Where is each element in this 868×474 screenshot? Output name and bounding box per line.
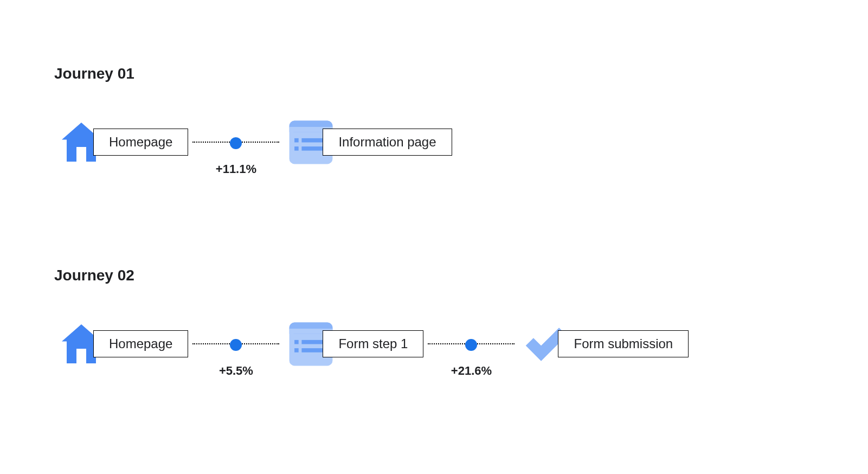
step-label: Information page xyxy=(323,129,452,156)
svg-rect-11 xyxy=(301,340,324,344)
journey-title: Journey 02 xyxy=(54,267,814,284)
svg-rect-6 xyxy=(301,146,324,151)
svg-rect-4 xyxy=(301,138,324,142)
journey-step-form-submission: Form submission xyxy=(519,317,689,371)
connector-label: +21.6% xyxy=(428,364,515,378)
svg-rect-3 xyxy=(294,138,299,142)
step-label: Homepage xyxy=(93,129,188,156)
dotted-line xyxy=(192,142,279,143)
connector-label: +5.5% xyxy=(192,364,279,378)
connector-dot-icon xyxy=(465,339,477,351)
step-label: Form step 1 xyxy=(323,330,423,357)
dotted-line xyxy=(428,343,515,344)
step-label: Form submission xyxy=(558,330,689,357)
journey-flow: Homepage +11.1% Information page xyxy=(54,115,814,169)
journey-step-form-step-1: Form step 1 xyxy=(284,317,423,371)
journey-connector: +21.6% xyxy=(428,343,515,344)
journey-02: Journey 02 Homepage +5.5% xyxy=(54,267,814,371)
journey-connector: +11.1% xyxy=(192,142,279,143)
journey-step-information-page: Information page xyxy=(284,115,452,169)
journey-connector: +5.5% xyxy=(192,343,279,344)
journey-01: Journey 01 Homepage +11.1% xyxy=(54,65,814,169)
connector-dot-icon xyxy=(230,339,242,351)
journey-step-homepage: Homepage xyxy=(54,317,188,371)
connector-label: +11.1% xyxy=(192,162,279,176)
dotted-line xyxy=(192,343,279,344)
svg-rect-10 xyxy=(294,340,299,344)
step-label: Homepage xyxy=(93,330,188,357)
journey-flow: Homepage +5.5% Form step 1 xyxy=(54,317,814,371)
journey-title: Journey 01 xyxy=(54,65,814,82)
svg-rect-5 xyxy=(294,146,299,151)
svg-rect-13 xyxy=(301,348,324,353)
connector-dot-icon xyxy=(230,137,242,149)
svg-rect-12 xyxy=(294,348,299,353)
journey-step-homepage: Homepage xyxy=(54,115,188,169)
